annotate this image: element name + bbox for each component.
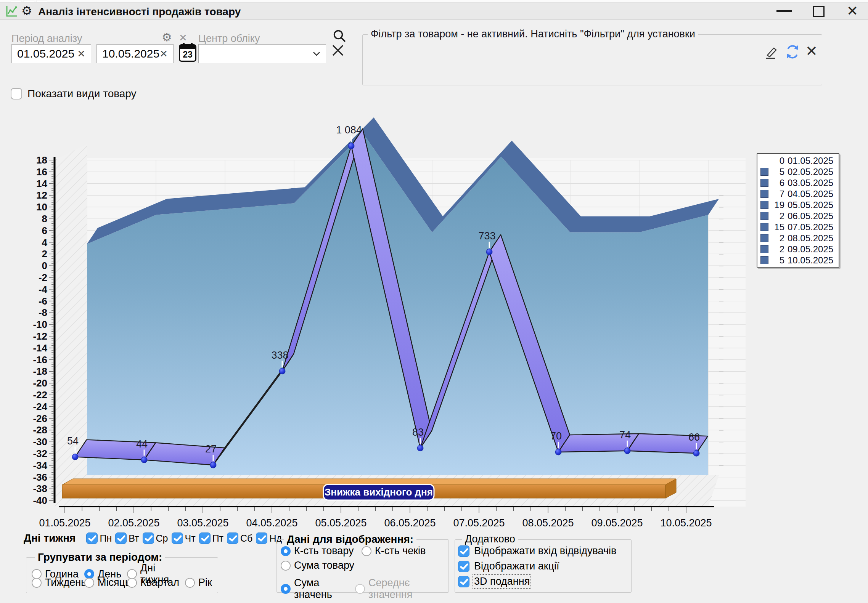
legend-value: 5 bbox=[768, 167, 784, 177]
svg-text:-30: -30 bbox=[33, 436, 47, 447]
weekday-checkbox-Ср[interactable] bbox=[143, 532, 154, 544]
grouping-radio-Квартал[interactable] bbox=[127, 578, 137, 588]
grouping-radio-Тиждень[interactable] bbox=[32, 578, 42, 588]
svg-text:44: 44 bbox=[136, 438, 148, 450]
svg-text:-28: -28 bbox=[33, 424, 47, 436]
legend-swatch bbox=[760, 201, 768, 209]
grouping-radio-Місяць[interactable] bbox=[84, 578, 94, 588]
svg-text:14: 14 bbox=[36, 178, 47, 189]
display-option[interactable]: Сума товару bbox=[281, 560, 362, 571]
extra-label-1: Відображати вхід відвідувачів bbox=[474, 545, 616, 557]
svg-text:-12: -12 bbox=[33, 330, 47, 342]
legend-date: 03.05.2025 bbox=[788, 178, 833, 188]
weekday-item-Сб: Сб bbox=[227, 532, 252, 544]
legend-row: 704.05.2025 bbox=[757, 188, 839, 199]
grouping-radio-Рік[interactable] bbox=[185, 578, 195, 588]
grouping-groupbox: Групувати за періодом: ГодинаДеньДні тиж… bbox=[26, 557, 218, 593]
svg-text:05.05.2025: 05.05.2025 bbox=[315, 517, 366, 529]
legend-value: 2 bbox=[768, 211, 784, 221]
svg-text:-4: -4 bbox=[39, 284, 48, 295]
svg-text:-32: -32 bbox=[33, 448, 47, 459]
grouping-label-Квартал: Квартал bbox=[140, 577, 179, 589]
svg-text:-8: -8 bbox=[39, 307, 47, 318]
legend-row: 206.05.2025 bbox=[757, 210, 839, 221]
svg-text:-18: -18 bbox=[33, 366, 47, 377]
legend-row: 209.05.2025 bbox=[757, 244, 839, 255]
display-data-row-1: К-сть товаруК-сть чеків bbox=[281, 545, 426, 557]
display-label-К-сть товару: К-сть товару bbox=[294, 545, 354, 557]
svg-text:10: 10 bbox=[36, 201, 47, 213]
svg-text:74: 74 bbox=[619, 429, 631, 441]
display-radio-К-сть товару[interactable] bbox=[281, 546, 291, 556]
svg-text:-26: -26 bbox=[33, 413, 47, 424]
weekday-checkbox-Пт[interactable] bbox=[199, 532, 211, 544]
weekday-checkbox-Нд[interactable] bbox=[256, 532, 267, 544]
svg-text:4: 4 bbox=[42, 237, 48, 248]
extra-title: Додатково bbox=[462, 533, 518, 545]
legend-value: 2 bbox=[768, 244, 784, 255]
svg-text:54: 54 bbox=[67, 435, 79, 447]
display-radio-Сума товару[interactable] bbox=[281, 561, 291, 571]
grouping-option[interactable]: Рік bbox=[185, 577, 212, 589]
legend-swatch bbox=[760, 190, 768, 198]
legend-date: 02.05.2025 bbox=[788, 167, 833, 177]
svg-text:02.05.2025: 02.05.2025 bbox=[108, 517, 159, 529]
extra-checkbox-2[interactable] bbox=[458, 561, 469, 572]
weekday-checkbox-Пн[interactable] bbox=[86, 532, 98, 544]
legend-swatch bbox=[760, 245, 768, 253]
legend-swatch bbox=[760, 212, 768, 220]
extra-checkbox-3[interactable] bbox=[458, 576, 469, 587]
chart-canvas: 181614121086420-2-4-6-8-10-12-14-16-18-2… bbox=[0, 0, 868, 603]
legend-row: 208.05.2025 bbox=[757, 233, 839, 244]
display-radio-Сума значень[interactable] bbox=[281, 584, 291, 594]
weekday-checkbox-Вт[interactable] bbox=[115, 532, 127, 544]
legend-swatch bbox=[760, 223, 768, 231]
legend-value: 5 bbox=[768, 255, 784, 266]
svg-text:16: 16 bbox=[36, 166, 47, 178]
display-radio-Середнє значення bbox=[355, 584, 365, 594]
display-option[interactable]: К-сть чеків bbox=[362, 545, 426, 557]
svg-text:12: 12 bbox=[36, 189, 47, 201]
svg-text:Знижка вихідного дня: Знижка вихідного дня bbox=[325, 486, 433, 498]
legend-swatch bbox=[760, 179, 768, 187]
svg-text:-16: -16 bbox=[33, 354, 47, 366]
grouping-option[interactable]: Квартал bbox=[127, 577, 185, 589]
weekday-item-Пт: Пт bbox=[199, 532, 223, 544]
weekday-checkbox-Чт[interactable] bbox=[172, 532, 183, 544]
extra-label-2: Відображати акції bbox=[474, 560, 559, 572]
svg-text:-6: -6 bbox=[39, 295, 47, 307]
grouping-option[interactable]: Місяць bbox=[84, 577, 127, 589]
legend-date: 09.05.2025 bbox=[788, 244, 833, 255]
display-option[interactable]: Середнє значення bbox=[355, 577, 448, 601]
weekday-label-Ср: Ср bbox=[156, 533, 168, 544]
weekday-label-Чт: Чт bbox=[185, 533, 196, 544]
display-option[interactable]: К-сть товару bbox=[281, 545, 362, 557]
legend-swatch bbox=[760, 168, 768, 176]
legend-value: 6 bbox=[768, 178, 784, 188]
weekday-item-Пн: Пн bbox=[86, 532, 112, 544]
weekday-item-Ср: Ср bbox=[143, 532, 168, 544]
legend-date: 05.05.2025 bbox=[788, 200, 833, 210]
display-label-Сума значень: Сума значень bbox=[294, 577, 355, 601]
grouping-title: Групувати за періодом: bbox=[35, 551, 165, 563]
grouping-row-2: ТижденьМісяцьКварталРік bbox=[32, 577, 212, 589]
extra-label-3: 3D подання bbox=[474, 576, 530, 587]
svg-text:83: 83 bbox=[412, 427, 424, 438]
svg-text:27: 27 bbox=[205, 443, 217, 455]
legend-value: 0 bbox=[768, 156, 784, 166]
svg-text:06.05.2025: 06.05.2025 bbox=[384, 517, 436, 529]
svg-text:1 084: 1 084 bbox=[336, 124, 362, 136]
svg-text:08.05.2025: 08.05.2025 bbox=[522, 517, 574, 529]
extra-checkbox-1[interactable] bbox=[458, 545, 469, 557]
display-option[interactable]: Сума значень bbox=[281, 577, 355, 601]
extra-groupbox: Додатково Відображати вхід відвідувачівВ… bbox=[455, 539, 632, 593]
svg-text:8: 8 bbox=[42, 213, 47, 225]
svg-text:0: 0 bbox=[42, 260, 47, 271]
weekday-checkbox-Сб[interactable] bbox=[227, 532, 238, 544]
grouping-option[interactable]: Тиждень bbox=[32, 577, 84, 589]
weekday-item-Вт: Вт bbox=[115, 532, 139, 544]
display-radio-К-сть чеків[interactable] bbox=[362, 546, 371, 556]
display-data-title: Дані для відображення: bbox=[284, 533, 416, 545]
legend-row: 510.05.2025 bbox=[757, 255, 839, 266]
legend-value: 2 bbox=[768, 233, 784, 244]
